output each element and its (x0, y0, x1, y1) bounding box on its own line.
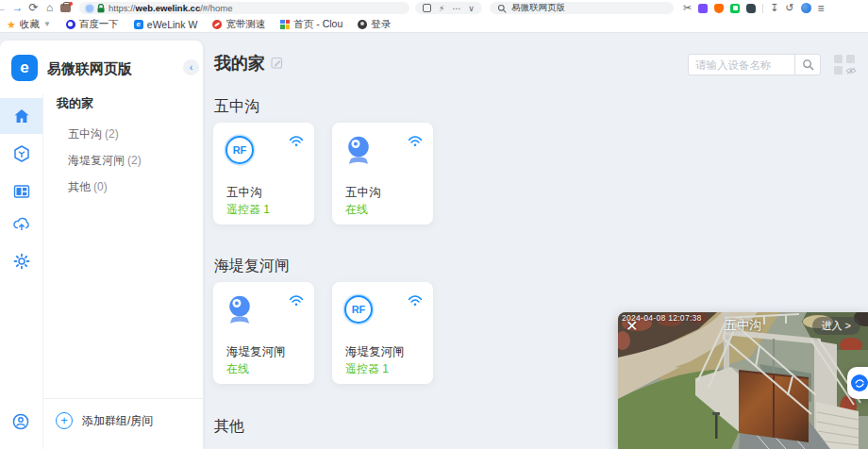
toolbar-separator (762, 4, 763, 13)
chevron-down-icon[interactable]: ∨ (468, 4, 475, 13)
browser-search-text: 易微联网页版 (511, 2, 565, 14)
forward-icon[interactable]: → (9, 0, 25, 16)
briefcase-extension-icon[interactable] (60, 4, 71, 12)
sidebar-item-group-3[interactable]: 其他(0) (68, 179, 108, 195)
rf-remote-icon: RF (225, 136, 254, 164)
url-text: https://web.ewelink.cc/#/home (108, 3, 233, 13)
bookmarks-bar: ★ 收藏 ▼ 百度一下 e eWeLink W 宽带测速 首页 - Clou 登… (0, 16, 868, 33)
bookmarks-folder[interactable]: ★ 收藏 ▼ (2, 16, 56, 33)
browser-extensions-group: ✂ ↧ ↺ ≡ (683, 2, 825, 15)
site-favicon (86, 5, 93, 12)
sidebar-item-group-2[interactable]: 海堤复河闸(2) (68, 153, 142, 169)
green-extension-icon[interactable] (730, 4, 740, 13)
menu-icon[interactable]: ≡ (818, 2, 825, 15)
camera-title: 五中沟 (725, 317, 761, 334)
translate-icon[interactable] (423, 4, 431, 12)
device-card[interactable]: RF 五中沟 遥控器 1 (213, 123, 314, 224)
camera-icon (224, 293, 256, 325)
sidebar-item-my-home[interactable]: 我的家 (57, 95, 93, 112)
device-card[interactable]: RF 海堤复河闸 遥控器 1 (332, 282, 433, 384)
sidebar: e 易微联网页版 ‹ 我的家 五中沟(2) 海堤复河闸(2) 其他(0) + 添… (0, 41, 203, 449)
url-path: /#/home (200, 3, 232, 13)
add-group-label: 添加群组/房间 (82, 413, 153, 429)
section-title: 其他 (214, 417, 244, 437)
gamepad-extension-icon[interactable] (714, 4, 724, 13)
downloads-icon[interactable]: ↧ (770, 2, 778, 14)
close-icon[interactable]: ✕ (626, 319, 638, 334)
bookmark-cloud-home[interactable]: 首页 - Clou (275, 16, 347, 33)
home-icon[interactable]: ⌂ (42, 0, 58, 16)
reload-icon[interactable]: ⟳ (25, 0, 42, 16)
device-search-button[interactable] (794, 55, 820, 75)
bookmarks-folder-label: 收藏 (20, 18, 40, 31)
wifi-icon (289, 136, 304, 147)
camera-preview[interactable]: 2024-04-08 12:07:38 ✕ 五中沟 进入 > (618, 312, 868, 449)
device-status: 在线 (345, 202, 368, 218)
dark-extension-icon[interactable] (746, 4, 756, 13)
back-icon[interactable]: ← (0, 0, 9, 16)
edit-home-icon[interactable] (271, 57, 283, 69)
card-size-toggle-1[interactable] (834, 55, 843, 63)
add-group-button[interactable]: + 添加群组/房间 (56, 412, 153, 429)
page-tools-group: ⚡ ⋯ ∨ (415, 2, 482, 14)
browser-search-box[interactable]: 易微联网页版 (490, 2, 674, 14)
bookmark-speedtest[interactable]: 宽带测速 (208, 16, 270, 33)
search-icon (497, 4, 507, 13)
group-count: (2) (105, 127, 119, 141)
home-tab-icon[interactable] (12, 107, 31, 125)
lock-icon (97, 4, 105, 13)
devices-tab-icon[interactable] (12, 182, 31, 201)
rail-divider (42, 94, 43, 449)
wifi-icon (408, 136, 423, 147)
card-size-toggle-2[interactable] (846, 55, 855, 63)
floating-service-widget[interactable] (847, 367, 868, 399)
bookmark-label: 登录 (371, 18, 391, 31)
caret-down-icon: ▼ (43, 20, 51, 28)
url-protocol: https:// (108, 3, 136, 13)
ewelink-logo: e (11, 55, 38, 81)
wifi-icon (289, 295, 304, 307)
purple-extension-icon[interactable] (698, 4, 708, 13)
card-size-toggle-3[interactable] (834, 66, 843, 75)
bookmark-baidu[interactable]: 百度一下 (61, 16, 124, 33)
group-label: 海堤复河闸 (68, 154, 125, 167)
device-search (688, 54, 821, 75)
address-bar[interactable]: https://web.ewelink.cc/#/home (79, 2, 409, 14)
scene-tab-icon[interactable] (12, 144, 31, 163)
cloud-upload-tab-icon[interactable] (12, 214, 31, 233)
speedtest-favicon (212, 20, 222, 29)
settings-tab-icon[interactable] (12, 252, 31, 271)
bookmark-ewelink[interactable]: e eWeLink W (129, 16, 203, 33)
section-title: 五中沟 (214, 97, 259, 117)
sidebar-item-group-1[interactable]: 五中沟(2) (68, 126, 119, 142)
browser-toolbar: ← → ⟳ ⌂ https://web.ewelink.cc/#/home ⚡ … (0, 0, 868, 16)
device-status: 在线 (226, 361, 249, 377)
rf-remote-icon: RF (344, 295, 373, 324)
more-tools-icon[interactable]: ⋯ (452, 4, 460, 13)
device-card[interactable]: 海堤复河闸 在线 (213, 282, 314, 384)
app-title: 易微联网页版 (47, 60, 132, 78)
url-host: web.ewelink.cc (136, 3, 201, 13)
account-icon[interactable] (11, 412, 30, 431)
lightning-icon[interactable]: ⚡ (439, 4, 444, 13)
device-name: 五中沟 (226, 185, 262, 201)
scissors-icon[interactable]: ✂ (683, 2, 692, 14)
baidu-favicon (66, 20, 75, 29)
device-status: 遥控器 1 (345, 361, 389, 377)
bookmark-label: 宽带测速 (225, 18, 265, 31)
sidebar-collapse-button[interactable]: ‹ (183, 59, 199, 75)
hide-offline-toggle-icon[interactable] (845, 66, 857, 75)
device-card[interactable]: 五中沟 在线 (332, 123, 433, 224)
device-status: 遥控器 1 (226, 202, 270, 218)
sidebar-divider (43, 398, 203, 399)
search-icon (802, 58, 814, 71)
blue-app-icon[interactable] (801, 3, 811, 13)
history-icon[interactable]: ↺ (785, 2, 793, 14)
grid-favicon (280, 20, 290, 29)
device-name: 海堤复河闸 (226, 344, 286, 360)
enter-camera-button[interactable]: 进入 > (812, 317, 860, 335)
device-search-input[interactable] (689, 55, 794, 75)
group-count: (0) (93, 180, 108, 193)
bookmark-login[interactable]: 登录 (353, 16, 395, 33)
bookmark-label: 百度一下 (79, 18, 119, 31)
